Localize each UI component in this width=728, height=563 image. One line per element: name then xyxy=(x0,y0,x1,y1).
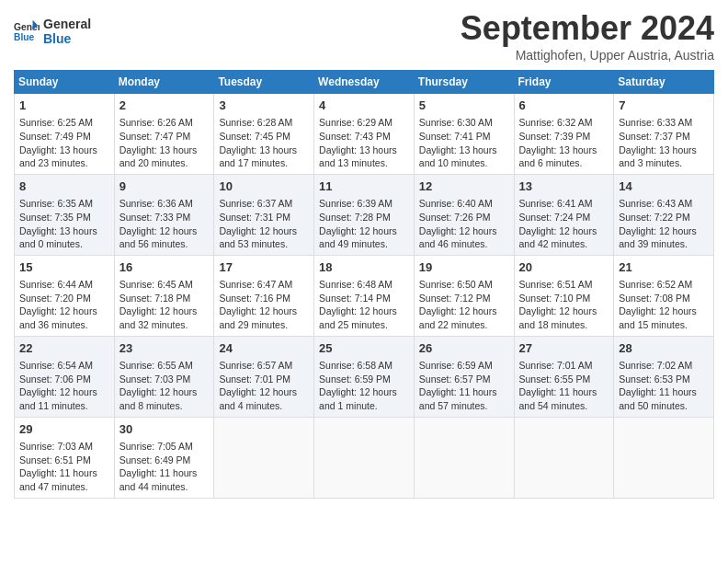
day-info: Daylight: 12 hours xyxy=(19,385,109,399)
day-info: Sunset: 6:55 PM xyxy=(519,373,609,386)
day-info: Sunrise: 6:40 AM xyxy=(419,197,509,211)
day-info: Sunset: 7:24 PM xyxy=(519,211,609,224)
day-info: Sunrise: 6:51 AM xyxy=(519,278,609,292)
day-number: 14 xyxy=(619,178,709,195)
day-info: and 49 minutes. xyxy=(319,237,409,251)
table-row: 23Sunrise: 6:55 AMSunset: 7:03 PMDayligh… xyxy=(114,336,214,417)
day-info: Daylight: 11 hours xyxy=(619,385,709,399)
day-info: Sunrise: 7:01 AM xyxy=(519,359,609,373)
day-info: and 22 minutes. xyxy=(419,318,509,332)
logo-icon: General Blue xyxy=(14,18,40,44)
table-row: 9Sunrise: 6:36 AMSunset: 7:33 PMDaylight… xyxy=(114,174,214,255)
day-number: 16 xyxy=(119,259,210,276)
table-row: 1Sunrise: 6:25 AMSunset: 7:49 PMDaylight… xyxy=(15,94,115,175)
table-row: 20Sunrise: 6:51 AMSunset: 7:10 PMDayligh… xyxy=(514,255,614,336)
table-row: 29Sunrise: 7:03 AMSunset: 6:51 PMDayligh… xyxy=(15,417,115,498)
day-info: Daylight: 11 hours xyxy=(119,466,210,480)
day-info: Daylight: 12 hours xyxy=(619,224,709,238)
col-saturday: Saturday xyxy=(614,71,714,94)
day-info: Sunset: 6:49 PM xyxy=(119,454,210,467)
table-row: 18Sunrise: 6:48 AMSunset: 7:14 PMDayligh… xyxy=(314,255,415,336)
day-number: 18 xyxy=(319,259,409,276)
day-info: Sunset: 7:16 PM xyxy=(219,292,309,305)
table-row xyxy=(614,417,714,498)
day-info: Sunrise: 7:02 AM xyxy=(619,359,709,373)
table-row: 11Sunrise: 6:39 AMSunset: 7:28 PMDayligh… xyxy=(314,174,415,255)
day-info: and 42 minutes. xyxy=(519,237,609,251)
day-number: 22 xyxy=(19,340,109,357)
day-number: 7 xyxy=(619,98,709,114)
day-info: Daylight: 13 hours xyxy=(119,144,210,157)
day-info: Daylight: 13 hours xyxy=(619,144,709,157)
day-info: and 29 minutes. xyxy=(219,318,309,332)
day-info: Sunset: 7:37 PM xyxy=(619,130,709,144)
day-info: Sunset: 7:18 PM xyxy=(119,292,210,305)
day-number: 23 xyxy=(119,340,210,357)
day-number: 1 xyxy=(19,98,109,114)
calendar-week-row: 1Sunrise: 6:25 AMSunset: 7:49 PMDaylight… xyxy=(15,94,714,175)
day-info: and 1 minute. xyxy=(319,399,409,413)
day-info: Sunset: 6:53 PM xyxy=(619,373,709,386)
day-info: Sunset: 7:33 PM xyxy=(119,211,210,224)
day-info: and 32 minutes. xyxy=(119,318,210,332)
day-info: Daylight: 12 hours xyxy=(319,224,409,238)
day-info: Daylight: 12 hours xyxy=(519,224,609,238)
col-monday: Monday xyxy=(114,71,214,94)
day-info: Sunrise: 6:50 AM xyxy=(419,278,509,292)
day-number: 24 xyxy=(219,340,309,357)
day-info: Sunset: 7:06 PM xyxy=(19,373,109,386)
day-info: Sunset: 7:26 PM xyxy=(419,211,509,224)
day-info: and 47 minutes. xyxy=(19,480,109,494)
day-info: Sunrise: 6:25 AM xyxy=(19,116,109,130)
day-info: Daylight: 11 hours xyxy=(419,385,509,399)
page-header: General Blue General Blue September 2024… xyxy=(14,9,714,63)
table-row: 8Sunrise: 6:35 AMSunset: 7:35 PMDaylight… xyxy=(15,174,115,255)
day-number: 17 xyxy=(219,259,309,276)
calendar-week-row: 22Sunrise: 6:54 AMSunset: 7:06 PMDayligh… xyxy=(15,336,714,417)
svg-text:Blue: Blue xyxy=(14,32,35,42)
day-info: Daylight: 12 hours xyxy=(319,385,409,399)
day-info: Sunset: 7:20 PM xyxy=(19,292,109,305)
table-row: 21Sunrise: 6:52 AMSunset: 7:08 PMDayligh… xyxy=(614,255,714,336)
day-number: 28 xyxy=(619,340,709,357)
day-number: 30 xyxy=(119,421,210,438)
day-info: Sunset: 7:08 PM xyxy=(619,292,709,305)
day-number: 3 xyxy=(219,98,309,114)
day-info: and 4 minutes. xyxy=(219,399,309,413)
day-info: Sunrise: 6:55 AM xyxy=(119,359,210,373)
day-info: Sunrise: 6:58 AM xyxy=(319,359,409,373)
day-info: Daylight: 12 hours xyxy=(519,304,609,318)
day-info: Sunrise: 7:05 AM xyxy=(119,440,210,454)
day-info: Sunset: 7:45 PM xyxy=(219,130,309,144)
table-row: 22Sunrise: 6:54 AMSunset: 7:06 PMDayligh… xyxy=(15,336,115,417)
day-info: Daylight: 12 hours xyxy=(119,224,210,238)
day-info: and 50 minutes. xyxy=(619,399,709,413)
day-info: Daylight: 13 hours xyxy=(319,144,409,157)
day-info: Sunrise: 6:36 AM xyxy=(119,197,210,211)
day-number: 13 xyxy=(519,178,609,195)
day-info: Daylight: 12 hours xyxy=(219,304,309,318)
day-info: Daylight: 12 hours xyxy=(19,304,109,318)
day-info: Daylight: 11 hours xyxy=(19,466,109,480)
day-info: Sunrise: 6:57 AM xyxy=(219,359,309,373)
day-info: Daylight: 11 hours xyxy=(519,385,609,399)
day-info: and 3 minutes. xyxy=(619,156,709,170)
day-number: 29 xyxy=(19,421,109,438)
day-info: Sunrise: 6:30 AM xyxy=(419,116,509,130)
table-row: 5Sunrise: 6:30 AMSunset: 7:41 PMDaylight… xyxy=(414,94,514,175)
calendar-week-row: 15Sunrise: 6:44 AMSunset: 7:20 PMDayligh… xyxy=(15,255,714,336)
day-info: Sunset: 7:01 PM xyxy=(219,373,309,386)
title-block: September 2024 Mattighofen, Upper Austri… xyxy=(461,9,714,63)
day-info: Sunset: 7:35 PM xyxy=(19,211,109,224)
table-row xyxy=(514,417,614,498)
table-row: 12Sunrise: 6:40 AMSunset: 7:26 PMDayligh… xyxy=(414,174,514,255)
table-row: 10Sunrise: 6:37 AMSunset: 7:31 PMDayligh… xyxy=(214,174,314,255)
calendar-header-row: Sunday Monday Tuesday Wednesday Thursday… xyxy=(15,71,714,94)
day-info: and 20 minutes. xyxy=(119,156,210,170)
day-info: Daylight: 12 hours xyxy=(419,224,509,238)
calendar-table: Sunday Monday Tuesday Wednesday Thursday… xyxy=(14,70,714,499)
logo: General Blue General Blue xyxy=(14,17,91,46)
day-info: Daylight: 13 hours xyxy=(19,144,109,157)
day-info: Sunrise: 6:47 AM xyxy=(219,278,309,292)
day-info: Sunrise: 6:48 AM xyxy=(319,278,409,292)
